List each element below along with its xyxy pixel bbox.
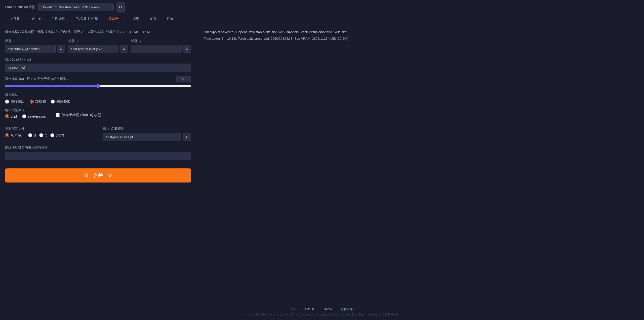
half-precision-label: 储存半精度 (float16) 模型 (62, 113, 101, 117)
half-precision-checkbox[interactable] (56, 113, 60, 117)
slider-label: 融合比例 (M) - 设为 0 等价于直接输出模型 A (5, 77, 69, 81)
model-c-label: 模型 C (131, 39, 191, 43)
algorithm-add-diff-radio[interactable] (51, 100, 55, 104)
tab-txt2img[interactable]: 文生图 (5, 14, 26, 24)
copy-abc-label: A, B 或 C (11, 133, 25, 138)
format-ckpt-option[interactable]: ckpt (5, 114, 17, 118)
copy-dont-radio[interactable] (50, 133, 54, 137)
algorithm-weighted-sum[interactable]: 加权和 (30, 99, 46, 104)
half-precision-section: 储存半精度 (float16) 模型 (56, 113, 101, 117)
format-ckpt-label: ckpt (11, 114, 17, 118)
algorithm-original-radio[interactable] (5, 100, 9, 104)
model-b-refresh-button[interactable]: ↻ (120, 45, 128, 53)
tab-img2img[interactable]: 图生图 (26, 14, 46, 24)
footer-xformers: xformers: N/A (298, 313, 315, 316)
merge-button[interactable]: ⚙ 合并 ⚙ (5, 168, 191, 182)
vae-dropdown[interactable]: final-pruned.vae.pt None (103, 133, 181, 141)
model-a-dropdown[interactable]: chilloutmix_Ni.safeten (5, 45, 56, 53)
torch-text: Torch active/reserved: 2068/2082 MiB, Sy… (238, 37, 348, 40)
model-b-dropdown[interactable]: final-pruned.ckpt [a75 (68, 45, 119, 53)
top-model-selector: chilloutmix_Ni.safetensors [7234b76e42] … (38, 3, 125, 12)
embed-vae-section: 嵌入 VAE 模型 final-pruned.vae.pt None ↻ (103, 126, 191, 141)
merge-button-label: 合并 (94, 172, 103, 178)
format-safetensors-option[interactable]: safetensors (22, 114, 46, 118)
model-c-dropdown[interactable] (131, 45, 182, 53)
top-bar: Stable Diffusion 模型 chilloutmix_Ni.safet… (0, 0, 644, 14)
delete-keys-section: 删除匹配键名的表达式的权重 (5, 145, 191, 164)
copy-dont-label: Don't (56, 133, 64, 137)
model-b-select-row: final-pruned.ckpt [a75 ↻ (68, 45, 128, 53)
custom-name-label: 自定义名称 (可选) (5, 57, 191, 62)
delete-keys-label: 删除匹配键名的表达式的权重 (5, 145, 191, 150)
copy-b-radio[interactable] (28, 133, 32, 137)
footer-gradio-link[interactable]: Gradio (323, 307, 332, 311)
model-a-select-row: chilloutmix_Ni.safeten ↻ (5, 45, 65, 53)
slider-value-input[interactable] (176, 76, 191, 82)
copy-b-option[interactable]: B (28, 133, 36, 137)
algorithm-original-label: 原样输出 (11, 99, 25, 104)
format-ckpt-radio[interactable] (5, 114, 9, 118)
footer-meta: python: 3.10.10 • torch: 1.13.1+cu117 • … (4, 313, 640, 316)
copy-abc-radio[interactable] (5, 133, 9, 137)
footer-gradio: gradio: 3.23.0 (320, 313, 337, 316)
algorithm-radio-group: 原样输出 加权和 差额叠加 (5, 99, 191, 104)
model-selectors-row: 模型 A chilloutmix_Ni.safeten ↻ 模型 B final… (5, 39, 191, 53)
footer-links: API • Github • Gradio • 重载前端 (4, 307, 640, 311)
model-c-col: 模型 C ↻ (131, 39, 191, 53)
model-a-refresh-button[interactable]: ↻ (57, 45, 65, 53)
copy-abc-option[interactable]: A, B 或 C (5, 133, 25, 138)
footer-dot-2: • (318, 307, 319, 311)
tab-postprocess[interactable]: 后期处理 (46, 14, 70, 24)
footer-torch: torch: 1.13.1+cu117 (269, 313, 294, 316)
algorithm-weighted-label: 加权和 (35, 99, 46, 104)
algorithm-weighted-radio[interactable] (30, 100, 34, 104)
output-format-label: 输出模型格式 (5, 108, 46, 112)
delete-keys-input[interactable] (5, 152, 191, 160)
footer-python: python: 3.10.10 (246, 313, 265, 316)
slider-section: 融合比例 (M) - 设为 0 等价于直接输出模型 A (5, 76, 191, 89)
tab-train[interactable]: 训练 (127, 14, 144, 24)
time-info: Time taken: 3m 16.13s Torch active/reser… (204, 36, 636, 41)
tab-extensions[interactable]: 扩展 (162, 14, 179, 24)
copy-config-section: 复制配置文件 A, B 或 C B C (5, 126, 93, 138)
main-content: 最终模型权重是前两个模型按比例相加的结果。需要 A、B 两个模型。计算公式为 A… (0, 24, 644, 303)
algorithm-original-output[interactable]: 原样输出 (5, 99, 25, 104)
time-text: Time taken: 3m 16.13s (204, 37, 237, 40)
custom-name-input[interactable] (5, 64, 191, 72)
algorithm-add-difference[interactable]: 差额叠加 (51, 99, 70, 104)
top-model-dropdown[interactable]: chilloutmix_Ni.safetensors [7234b76e42] (38, 3, 114, 11)
footer-commit: commit: 22bcc7be (341, 313, 364, 316)
copy-c-label: C (45, 133, 47, 137)
model-c-select-row: ↻ (131, 45, 191, 53)
footer-api-link[interactable]: API (291, 307, 296, 311)
vae-refresh-button[interactable]: ↻ (183, 133, 191, 141)
left-panel: 最终模型权重是前两个模型按比例相加的结果。需要 A、B 两个模型。计算公式为 A… (0, 24, 196, 303)
footer-github-link[interactable]: Github (305, 307, 314, 311)
merge-icon-left: ⚙ (84, 172, 89, 178)
top-model-refresh-button[interactable]: ↻ (116, 3, 125, 12)
model-c-refresh-button[interactable]: ↻ (183, 45, 191, 53)
model-a-col: 模型 A chilloutmix_Ni.safeten ↻ (5, 39, 65, 53)
copy-vae-row: 复制配置文件 A, B 或 C B C (5, 126, 191, 141)
copy-c-option[interactable]: C (39, 133, 47, 137)
output-format-section: 输出模型格式 ckpt safetensors (5, 108, 46, 118)
format-safetensors-radio[interactable] (22, 114, 26, 118)
tab-bar: 文生图 图生图 后期处理 PNG 图片信息 模型合并 训练 设置 扩展 (0, 14, 644, 24)
copy-dont-option[interactable]: Don't (50, 133, 64, 137)
merge-ratio-slider[interactable] (5, 84, 191, 88)
footer-reload-link[interactable]: 重载前端 (341, 307, 353, 311)
model-b-label: 模型 B (68, 39, 128, 43)
copy-c-radio[interactable] (39, 133, 43, 137)
merge-description: 最终模型权重是前两个模型按比例相加的结果。需要 A、B 两个模型。计算公式为 A… (5, 29, 191, 35)
algorithm-label: 融合算法 (5, 93, 191, 97)
tab-merge[interactable]: 模型合并 (103, 14, 127, 24)
app-title: Stable Diffusion 模型 (5, 5, 35, 9)
footer-dot-3: • (336, 307, 337, 311)
footer-checkpoint: checkpoint: 7234b76e42 (368, 313, 398, 316)
copy-b-label: B (34, 133, 36, 137)
tab-pnginfo[interactable]: PNG 图片信息 (70, 14, 103, 24)
right-panel: Checkpoint saved to D:\openai.wiki\stabl… (196, 24, 644, 303)
format-safetensors-label: safetensors (28, 114, 46, 118)
model-a-label: 模型 A (5, 39, 65, 43)
tab-settings[interactable]: 设置 (144, 14, 162, 24)
